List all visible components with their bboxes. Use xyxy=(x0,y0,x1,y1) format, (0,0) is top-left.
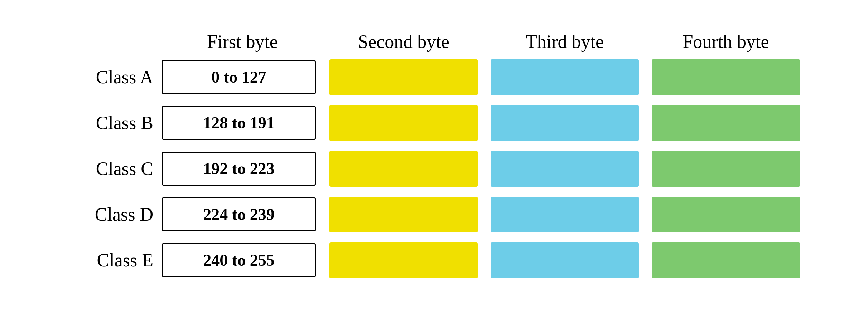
fourth-byte-class-e xyxy=(652,242,800,278)
header-corner xyxy=(62,31,162,52)
second-byte-class-d xyxy=(329,197,478,232)
fourth-byte-class-a xyxy=(652,59,800,95)
row-class-d: Class D 224 to 239 xyxy=(62,197,806,232)
third-byte-class-b xyxy=(491,105,639,141)
first-byte-class-e: 240 to 255 xyxy=(162,243,316,277)
first-byte-class-c: 192 to 223 xyxy=(162,152,316,186)
row-class-b: Class B 128 to 191 xyxy=(62,105,806,141)
header-fourth-byte: Fourth byte xyxy=(645,31,806,52)
label-class-b: Class B xyxy=(62,112,162,133)
fourth-byte-class-d xyxy=(652,197,800,232)
label-class-e: Class E xyxy=(62,250,162,271)
main-container: First byte Second byte Third byte Fourth… xyxy=(40,17,828,303)
label-class-a: Class A xyxy=(62,67,162,88)
third-byte-class-c xyxy=(491,151,639,187)
third-byte-class-d xyxy=(491,197,639,232)
first-byte-class-d: 224 to 239 xyxy=(162,197,316,231)
second-byte-class-b xyxy=(329,105,478,141)
second-byte-class-a xyxy=(329,59,478,95)
third-byte-class-a xyxy=(491,59,639,95)
row-class-a: Class A 0 to 127 xyxy=(62,59,806,95)
header-third-byte: Third byte xyxy=(484,31,645,52)
second-byte-class-e xyxy=(329,242,478,278)
header-second-byte: Second byte xyxy=(323,31,484,52)
label-class-d: Class D xyxy=(62,204,162,225)
row-class-e: Class E 240 to 255 xyxy=(62,242,806,278)
first-byte-class-b: 128 to 191 xyxy=(162,106,316,140)
first-byte-class-a: 0 to 127 xyxy=(162,60,316,94)
header-row: First byte Second byte Third byte Fourth… xyxy=(62,31,806,52)
third-byte-class-e xyxy=(491,242,639,278)
fourth-byte-class-b xyxy=(652,105,800,141)
fourth-byte-class-c xyxy=(652,151,800,187)
header-first-byte: First byte xyxy=(162,31,323,52)
row-class-c: Class C 192 to 223 xyxy=(62,151,806,187)
second-byte-class-c xyxy=(329,151,478,187)
label-class-c: Class C xyxy=(62,158,162,179)
